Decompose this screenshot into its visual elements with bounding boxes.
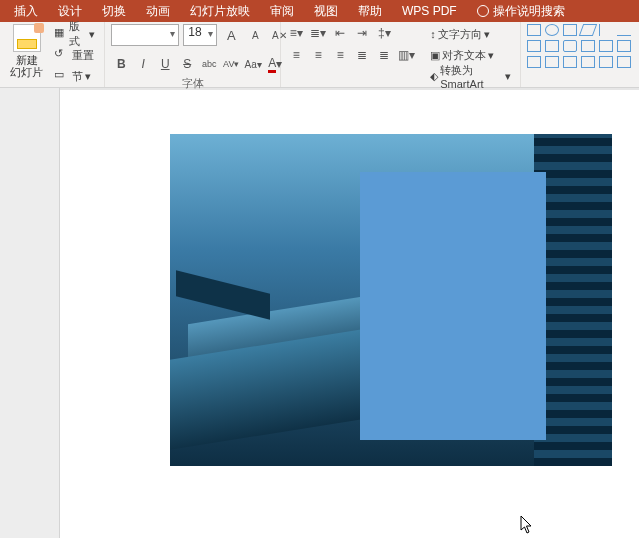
- slide-thumbnails-panel[interactable]: [0, 88, 60, 538]
- justify-button[interactable]: ≣: [353, 46, 371, 64]
- section-label: 节: [72, 69, 83, 84]
- smartart-button[interactable]: ⬖转换为 SmartArt▾: [427, 66, 514, 86]
- shapes-gallery[interactable]: [527, 24, 633, 70]
- text-direction-icon: ↕: [430, 28, 436, 40]
- align-right-button[interactable]: ≡: [331, 46, 349, 64]
- numbering-button[interactable]: ≣▾: [309, 24, 327, 42]
- dec-indent-button[interactable]: ⇤: [331, 24, 349, 42]
- section-button[interactable]: ▭节▾: [51, 66, 98, 86]
- slide-canvas[interactable]: [60, 90, 639, 538]
- smartart-icon: ⬖: [430, 70, 438, 83]
- reset-button[interactable]: ↺重置: [51, 45, 98, 65]
- align-center-button[interactable]: ≡: [309, 46, 327, 64]
- distribute-button[interactable]: ≣: [375, 46, 393, 64]
- line-spacing-button[interactable]: ‡▾: [375, 24, 393, 42]
- shrink-font-button[interactable]: A: [245, 25, 265, 45]
- lightbulb-icon: [477, 5, 489, 17]
- section-icon: ▭: [54, 68, 70, 84]
- blue-rectangle-shape[interactable]: [360, 172, 546, 440]
- ribbon-tabs: 插入 设计 切换 动画 幻灯片放映 审阅 视图 帮助 WPS PDF 操作说明搜…: [0, 0, 639, 22]
- group-shapes: [521, 22, 639, 87]
- tab-help[interactable]: 帮助: [348, 0, 392, 22]
- tab-review[interactable]: 审阅: [260, 0, 304, 22]
- text-direction-label: 文字方向: [438, 27, 482, 42]
- ribbon: 新建 幻灯片 ▦版式▾ ↺重置 ▭节▾ 幻灯片 18 A A A✕ B I U: [0, 22, 639, 88]
- columns-button[interactable]: ▥▾: [397, 46, 415, 64]
- tell-me-label: 操作说明搜索: [493, 3, 565, 20]
- strike-button[interactable]: S: [177, 54, 197, 74]
- slide-background-image: [170, 134, 612, 466]
- layout-button[interactable]: ▦版式▾: [51, 24, 98, 44]
- underline-button[interactable]: U: [155, 54, 175, 74]
- change-case-button[interactable]: Aa▾: [243, 54, 263, 74]
- layout-icon: ▦: [54, 26, 67, 42]
- grow-font-button[interactable]: A: [221, 25, 241, 45]
- char-spacing-button[interactable]: AV▾: [221, 54, 241, 74]
- text-direction-button[interactable]: ↕文字方向▾: [427, 24, 514, 44]
- tab-animations[interactable]: 动画: [136, 0, 180, 22]
- bullets-button[interactable]: ≡▾: [287, 24, 305, 42]
- align-text-icon: ▣: [430, 49, 440, 62]
- new-slide-button[interactable]: 新建 幻灯片: [6, 24, 47, 78]
- mouse-cursor-icon: [520, 516, 534, 534]
- shadow-button[interactable]: abc: [199, 54, 219, 74]
- reset-label: 重置: [72, 48, 94, 63]
- tell-me[interactable]: 操作说明搜索: [467, 0, 575, 22]
- font-size-select[interactable]: 18: [183, 24, 217, 46]
- group-font: 18 A A A✕ B I U S abc AV▾ Aa▾ A▾ 字体: [105, 22, 281, 87]
- align-left-button[interactable]: ≡: [287, 46, 305, 64]
- bold-button[interactable]: B: [111, 54, 131, 74]
- inc-indent-button[interactable]: ⇥: [353, 24, 371, 42]
- tab-insert[interactable]: 插入: [4, 0, 48, 22]
- font-color-label: A: [268, 56, 276, 73]
- font-family-select[interactable]: [111, 24, 179, 46]
- tab-view[interactable]: 视图: [304, 0, 348, 22]
- new-slide-label: 新建 幻灯片: [10, 54, 43, 78]
- group-slides: 新建 幻灯片 ▦版式▾ ↺重置 ▭节▾ 幻灯片: [0, 22, 105, 87]
- group-paragraph: ≡▾ ≣▾ ⇤ ⇥ ‡▾ ≡ ≡ ≡ ≣ ≣ ▥▾ ↕文字方向▾ ▣对齐文本▾ …: [281, 22, 521, 87]
- tab-slideshow[interactable]: 幻灯片放映: [180, 0, 260, 22]
- new-slide-icon: [13, 24, 41, 52]
- tab-wps-pdf[interactable]: WPS PDF: [392, 0, 467, 22]
- align-text-label: 对齐文本: [442, 48, 486, 63]
- reset-icon: ↺: [54, 47, 70, 63]
- italic-button[interactable]: I: [133, 54, 153, 74]
- tab-transitions[interactable]: 切换: [92, 0, 136, 22]
